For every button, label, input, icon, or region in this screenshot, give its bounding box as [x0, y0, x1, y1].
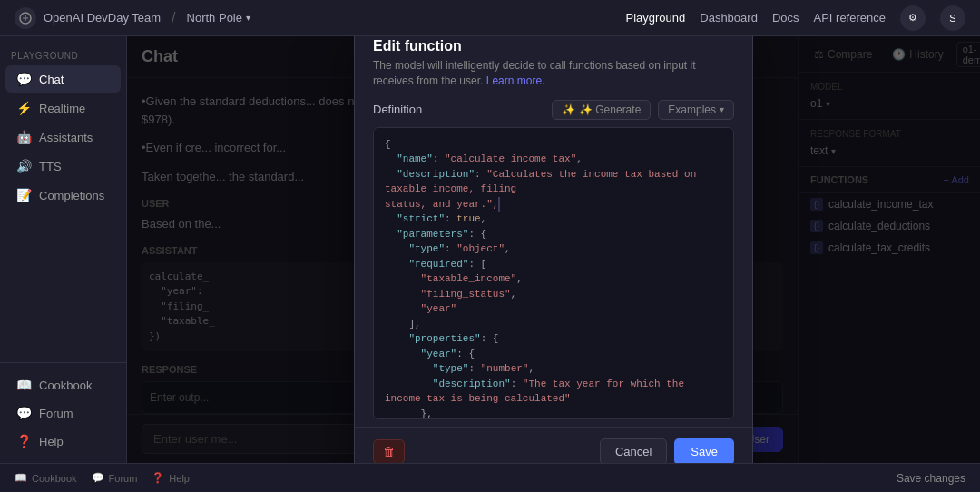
nav-playground[interactable]: Playground — [625, 11, 685, 25]
cookbook-bottom-icon: 📖 — [15, 472, 27, 484]
code-line-6: "parameters": { — [385, 227, 722, 242]
sidebar-section-label: Playground — [0, 44, 126, 64]
definition-actions: ✨ ✨ Generate Examples ▾ — [552, 100, 734, 120]
sidebar-item-assistants-label: Assistants — [39, 131, 93, 144]
code-line-14: "year": { — [385, 347, 722, 362]
cookbook-icon: 📖 — [16, 378, 32, 392]
breadcrumb-sep: / — [172, 10, 175, 26]
code-line-3: "description": "Calculates the income ta… — [385, 167, 722, 197]
modal-body: Definition ✨ ✨ Generate Examples ▾ — [355, 89, 752, 419]
forum-icon: 💬 — [16, 406, 32, 420]
sparkle-icon: ✨ — [562, 103, 575, 116]
modal-subtitle: The model will intelligently decide to c… — [373, 58, 734, 89]
code-line-9: "taxable_income", — [385, 271, 722, 287]
definition-label: Definition — [373, 103, 422, 116]
sidebar-item-completions-label: Completions — [39, 189, 104, 202]
bottombar: 📖 Cookbook 💬 Forum ❓ Help Save changes — [0, 463, 980, 492]
bottom-help[interactable]: ❓ Help — [152, 472, 190, 484]
help-icon: ❓ — [16, 434, 32, 448]
nav-api-reference[interactable]: API reference — [814, 11, 887, 25]
topbar-right: Playground Dashboard Docs API reference … — [625, 5, 965, 31]
sidebar-item-chat[interactable]: 💬 Chat — [5, 65, 121, 93]
nav-docs[interactable]: Docs — [772, 11, 799, 25]
sidebar-item-help-label: Help — [39, 435, 64, 448]
project-name[interactable]: North Pole ▾ — [187, 11, 250, 25]
modal-header: Edit function The model will intelligent… — [355, 36, 752, 89]
sidebar-item-realtime-label: Realtime — [39, 102, 85, 115]
code-editor[interactable]: { "name": "calculate_income_tax", "descr… — [373, 127, 734, 419]
edit-function-modal: Edit function The model will intelligent… — [354, 36, 753, 463]
modal-footer: 🗑 Cancel Save — [355, 427, 752, 463]
content-area: Chat •Given the standard deductions... d… — [127, 36, 980, 463]
save-changes-button[interactable]: Save changes — [897, 472, 965, 485]
completions-icon: 📝 — [16, 188, 32, 202]
bottom-forum[interactable]: 💬 Forum — [92, 472, 138, 484]
settings-icon[interactable]: ⚙ — [900, 5, 926, 31]
code-line-4: status, and year.", — [385, 197, 722, 212]
examples-chevron-icon: ▾ — [720, 104, 724, 114]
cancel-button[interactable]: Cancel — [600, 438, 667, 463]
sidebar-item-cookbook-label: Cookbook — [39, 379, 93, 392]
help-bottom-icon: ❓ — [152, 472, 164, 484]
user-avatar[interactable]: S — [940, 5, 965, 31]
nav-dashboard[interactable]: Dashboard — [700, 11, 758, 25]
examples-button[interactable]: Examples ▾ — [658, 100, 734, 120]
main-layout: Playground 💬 Chat ⚡ Realtime 🤖 Assistant… — [0, 36, 980, 463]
tts-icon: 🔊 — [16, 159, 32, 173]
sidebar-item-cookbook[interactable]: 📖 Cookbook — [5, 371, 121, 399]
sidebar-item-assistants[interactable]: 🤖 Assistants — [5, 123, 121, 151]
realtime-icon: ⚡ — [16, 101, 32, 115]
sidebar-item-completions[interactable]: 📝 Completions — [5, 182, 121, 209]
sidebar-item-forum-label: Forum — [39, 407, 74, 420]
topbar: OpenAI DevDay Team / North Pole ▾ Playgr… — [0, 0, 980, 36]
sidebar-item-tts[interactable]: 🔊 TTS — [5, 153, 121, 180]
forum-bottom-icon: 💬 — [92, 472, 104, 484]
code-line-12: ], — [385, 317, 722, 332]
sidebar-item-forum[interactable]: 💬 Forum — [5, 399, 121, 427]
modal-action-buttons: Cancel Save — [600, 438, 734, 463]
code-line-15: "type": "number", — [385, 361, 722, 377]
code-line-13: "properties": { — [385, 331, 722, 347]
trash-icon: 🗑 — [383, 445, 395, 458]
definition-header: Definition ✨ ✨ Generate Examples ▾ — [373, 100, 734, 120]
sidebar: Playground 💬 Chat ⚡ Realtime 🤖 Assistant… — [0, 36, 127, 463]
sidebar-item-tts-label: TTS — [39, 160, 62, 173]
learn-more-link[interactable]: Learn more. — [486, 74, 545, 87]
modal-overlay[interactable]: Edit function The model will intelligent… — [127, 36, 980, 463]
code-line-1: { — [385, 137, 722, 153]
code-line-5: "strict": true, — [385, 212, 722, 227]
sidebar-item-realtime[interactable]: ⚡ Realtime — [5, 94, 121, 122]
modal-title: Edit function — [373, 38, 734, 54]
code-line-16: "description": "The tax year for which t… — [385, 377, 722, 407]
brand-name: OpenAI DevDay Team — [44, 11, 161, 25]
code-line-8: "required": [ — [385, 257, 722, 272]
generate-button[interactable]: ✨ ✨ Generate — [552, 100, 651, 120]
code-line-7: "type": "object", — [385, 241, 722, 257]
delete-button[interactable]: 🗑 — [373, 439, 405, 463]
save-button[interactable]: Save — [674, 438, 734, 463]
sidebar-item-help[interactable]: ❓ Help — [5, 428, 121, 455]
chevron-down-icon: ▾ — [246, 13, 250, 23]
sidebar-bottom: 📖 Cookbook 💬 Forum ❓ Help — [0, 362, 126, 456]
code-line-10: "filing_status", — [385, 287, 722, 302]
assistants-icon: 🤖 — [16, 130, 32, 144]
chat-icon: 💬 — [16, 72, 32, 86]
code-line-11: "year" — [385, 301, 722, 317]
code-line-2: "name": "calculate_income_tax", — [385, 152, 722, 167]
sidebar-item-chat-label: Chat — [39, 73, 64, 86]
logo-icon — [15, 7, 36, 29]
bottom-cookbook[interactable]: 📖 Cookbook — [15, 472, 77, 484]
code-line-17: }, — [385, 407, 722, 419]
